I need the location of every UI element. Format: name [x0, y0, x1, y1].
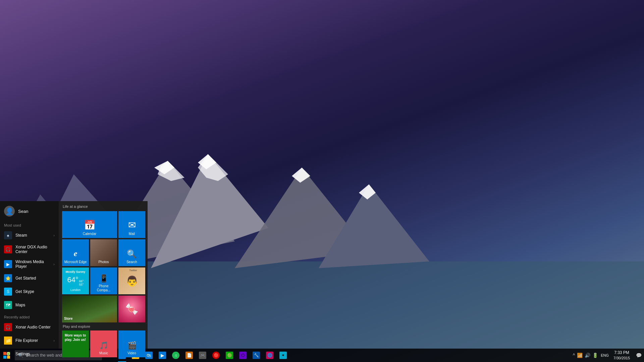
file-explorer-arrow-icon: ›: [53, 339, 55, 343]
tile-search[interactable]: 🔍 Search: [118, 239, 145, 266]
tray-language-button[interactable]: ENG: [599, 353, 610, 357]
sidebar-item-settings[interactable]: ⚙ Settings: [0, 347, 59, 361]
taskbar-app8-button[interactable]: 🔴: [209, 349, 223, 362]
weather-condition: Mostly Sunny: [66, 270, 86, 274]
skype-icon: S: [4, 288, 12, 296]
app8-taskbar-icon: 🔴: [212, 352, 220, 359]
app10-taskbar-icon: ⬡: [239, 352, 247, 359]
tray-time: 7:33 PM: [614, 350, 629, 356]
tile-twitter[interactable]: Twitter 👨: [118, 267, 145, 294]
user-name: Sean: [18, 209, 28, 214]
taskbar-app11-button[interactable]: 🔧: [250, 349, 263, 362]
action-center-button[interactable]: 💬: [633, 349, 644, 362]
tray-date: 7/30/2015: [613, 356, 630, 360]
app7-taskbar-icon: 🎮: [199, 352, 206, 359]
start-left-panel: 👤 Sean Most used ♠ Steam ›: [0, 201, 59, 349]
start-menu: 👤 Sean Most used ♠ Steam ›: [0, 201, 148, 349]
calendar-tile-icon: 📅: [84, 220, 96, 231]
svg-marker-10: [359, 184, 376, 199]
spotify-taskbar-icon: ♫: [172, 352, 179, 359]
desktop: 👤 Sean Most used ♠ Steam ›: [0, 0, 644, 362]
xonar-audio-label: Xonar Audio Center: [15, 325, 55, 329]
tray-network-icon[interactable]: 📶: [577, 353, 583, 358]
minecraft-bg: Store: [62, 296, 117, 322]
tile-minecraft[interactable]: Store: [62, 296, 117, 322]
taskbar-app9-button[interactable]: 🟢: [223, 349, 236, 362]
sidebar-item-xonar-dgx[interactable]: 🎧 Xonar DGX Audio Center: [0, 242, 59, 257]
xonar-audio-icon: 🎧: [4, 323, 12, 331]
tile-edge[interactable]: e Microsoft Edge: [62, 239, 89, 266]
tile-more-ways[interactable]: More ways to play. Join us!: [62, 330, 89, 357]
tile-phone-companion[interactable]: 📱 Phone Compa...: [90, 267, 117, 294]
file-explorer-label: File Explorer: [15, 338, 38, 343]
sidebar-item-file-explorer[interactable]: 📁 File Explorer ›: [0, 334, 59, 347]
play-explore-label: Play and explore: [62, 324, 144, 328]
video-tile-label: Video: [120, 351, 143, 355]
more-ways-text: More ways to play. Join us!: [65, 333, 86, 342]
tile-music[interactable]: 🎵 Music: [90, 330, 117, 357]
maps-label: Maps: [15, 303, 55, 307]
app12-taskbar-icon: 🌐: [266, 352, 273, 359]
taskbar-media-player-button[interactable]: ▶: [156, 349, 169, 362]
tray-clock-button[interactable]: 7:33 PM 7/30/2015: [610, 349, 633, 362]
sidebar-item-get-skype[interactable]: S Get Skype: [0, 285, 59, 298]
taskbar-app13-button[interactable]: ✦: [276, 349, 290, 362]
settings-icon: ⚙: [4, 350, 12, 358]
taskbar-spotify-button[interactable]: ♫: [169, 349, 182, 362]
minecraft-label: Store: [64, 317, 73, 320]
tile-calendar[interactable]: 📅 Calendar: [62, 211, 117, 238]
sidebar-item-windows-media-player[interactable]: ▶ Windows Media Player ›: [0, 257, 59, 272]
search-tile-label: Search: [120, 260, 143, 264]
tiles-grid-main: 📅 Calendar ✉ Mail e Microsoft Edge: [62, 211, 144, 322]
sidebar-item-power[interactable]: ⏻ Power: [0, 361, 59, 362]
photos-tile-label: Photos: [92, 260, 115, 264]
svg-marker-8: [198, 154, 216, 169]
app13-taskbar-icon: ✦: [279, 352, 287, 359]
video-tile-icon: 🎬: [127, 341, 137, 350]
most-used-label: Most used: [0, 221, 59, 229]
wmp-arrow-icon: ›: [53, 262, 55, 266]
sidebar-item-steam[interactable]: ♠ Steam ›: [0, 229, 59, 242]
tile-mail[interactable]: ✉ Mail: [118, 211, 145, 238]
svg-marker-4: [151, 154, 268, 268]
taskbar-app10-button[interactable]: ⬡: [236, 349, 250, 362]
tray-volume-icon[interactable]: 🔊: [585, 353, 590, 358]
maps-icon: 🗺: [4, 301, 12, 309]
tile-candy-crush[interactable]: 🍬: [118, 296, 145, 322]
svg-marker-12: [198, 154, 228, 181]
get-skype-label: Get Skype: [15, 289, 55, 294]
settings-label: Settings: [15, 352, 30, 356]
sidebar-item-get-started[interactable]: ⭐ Get Started: [0, 272, 59, 285]
xonar-dgx-icon: 🎧: [4, 245, 12, 253]
music-tile-label: Music: [92, 351, 115, 355]
tray-expand-icon[interactable]: ^: [573, 353, 575, 358]
phone-tile-icon: 📱: [99, 274, 108, 283]
taskbar-app6-button[interactable]: 📄: [182, 349, 196, 362]
music-tile-icon: 🎵: [99, 341, 108, 350]
tile-weather[interactable]: Mostly Sunny 64° 66° 55° London: [62, 267, 89, 294]
app11-taskbar-icon: 🔧: [253, 352, 260, 359]
store-taskbar-icon: 🛍: [145, 352, 153, 359]
taskbar-app7-button[interactable]: 🎮: [196, 349, 209, 362]
svg-marker-7: [154, 161, 174, 174]
sidebar-item-xonar-audio[interactable]: 🎧 Xonar Audio Center: [0, 320, 59, 334]
user-avatar: 👤: [4, 206, 15, 217]
svg-marker-5: [235, 168, 369, 268]
start-user-button[interactable]: 👤 Sean: [0, 201, 59, 221]
taskbar-app12-button[interactable]: 🌐: [263, 349, 276, 362]
file-explorer-icon: 📁: [4, 337, 12, 345]
recently-added-label: Recently added: [0, 313, 59, 320]
app6-taskbar-icon: 📄: [185, 352, 193, 359]
weather-temp: 64°: [67, 276, 78, 284]
steam-label: Steam: [15, 233, 53, 238]
tile-video[interactable]: 🎬 Video: [118, 330, 145, 357]
sidebar-item-maps[interactable]: 🗺 Maps: [0, 298, 59, 312]
system-tray: ^ 📶 🔊 🔋 ENG 7:33 PM 7/30/2015 💬: [572, 349, 644, 362]
start-bottom-items: 📁 File Explorer › ⚙ Settings: [0, 334, 59, 362]
wmp-icon: ▶: [4, 260, 12, 268]
tile-photos[interactable]: Photos: [90, 239, 117, 266]
weather-city: London: [70, 288, 80, 292]
candy-icon: 🍬: [118, 296, 145, 322]
weather-highlow: 66° 55°: [79, 280, 84, 286]
tray-battery-icon[interactable]: 🔋: [592, 353, 598, 358]
